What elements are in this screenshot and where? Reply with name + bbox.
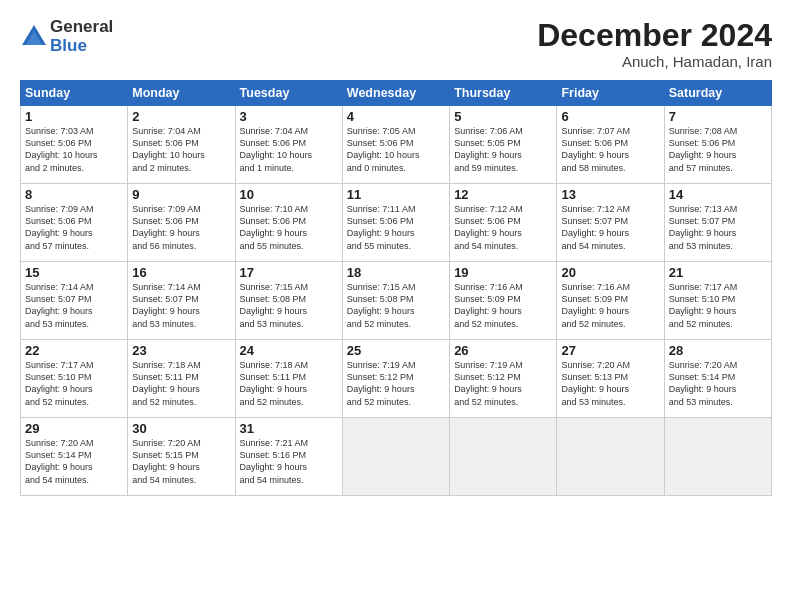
calendar-cell: 5Sunrise: 7:06 AMSunset: 5:05 PMDaylight… [450,106,557,184]
day-number: 28 [669,343,767,358]
day-number: 6 [561,109,659,124]
col-wednesday: Wednesday [342,81,449,106]
calendar-cell: 8Sunrise: 7:09 AMSunset: 5:06 PMDaylight… [21,184,128,262]
day-number: 12 [454,187,552,202]
day-info: Sunrise: 7:14 AMSunset: 5:07 PMDaylight:… [132,281,230,330]
day-number: 2 [132,109,230,124]
col-thursday: Thursday [450,81,557,106]
calendar-cell: 12Sunrise: 7:12 AMSunset: 5:06 PMDayligh… [450,184,557,262]
week-row-5: 29Sunrise: 7:20 AMSunset: 5:14 PMDayligh… [21,418,772,496]
col-saturday: Saturday [664,81,771,106]
day-number: 29 [25,421,123,436]
logo-text: General Blue [50,18,113,55]
header: General Blue December 2024 Anuch, Hamada… [20,18,772,70]
day-info: Sunrise: 7:20 AMSunset: 5:13 PMDaylight:… [561,359,659,408]
calendar-cell: 28Sunrise: 7:20 AMSunset: 5:14 PMDayligh… [664,340,771,418]
week-row-3: 15Sunrise: 7:14 AMSunset: 5:07 PMDayligh… [21,262,772,340]
calendar-cell: 23Sunrise: 7:18 AMSunset: 5:11 PMDayligh… [128,340,235,418]
calendar-cell: 16Sunrise: 7:14 AMSunset: 5:07 PMDayligh… [128,262,235,340]
day-info: Sunrise: 7:13 AMSunset: 5:07 PMDaylight:… [669,203,767,252]
day-number: 25 [347,343,445,358]
calendar-cell: 15Sunrise: 7:14 AMSunset: 5:07 PMDayligh… [21,262,128,340]
day-number: 23 [132,343,230,358]
day-number: 26 [454,343,552,358]
day-number: 21 [669,265,767,280]
subtitle: Anuch, Hamadan, Iran [537,53,772,70]
day-info: Sunrise: 7:03 AMSunset: 5:06 PMDaylight:… [25,125,123,174]
calendar-cell: 19Sunrise: 7:16 AMSunset: 5:09 PMDayligh… [450,262,557,340]
col-friday: Friday [557,81,664,106]
day-info: Sunrise: 7:16 AMSunset: 5:09 PMDaylight:… [561,281,659,330]
calendar-cell: 27Sunrise: 7:20 AMSunset: 5:13 PMDayligh… [557,340,664,418]
day-info: Sunrise: 7:20 AMSunset: 5:14 PMDaylight:… [669,359,767,408]
calendar-cell: 22Sunrise: 7:17 AMSunset: 5:10 PMDayligh… [21,340,128,418]
day-info: Sunrise: 7:21 AMSunset: 5:16 PMDaylight:… [240,437,338,486]
logo-icon [20,23,48,51]
day-number: 15 [25,265,123,280]
day-number: 13 [561,187,659,202]
day-info: Sunrise: 7:12 AMSunset: 5:07 PMDaylight:… [561,203,659,252]
day-number: 3 [240,109,338,124]
week-row-1: 1Sunrise: 7:03 AMSunset: 5:06 PMDaylight… [21,106,772,184]
day-info: Sunrise: 7:18 AMSunset: 5:11 PMDaylight:… [240,359,338,408]
calendar-cell: 26Sunrise: 7:19 AMSunset: 5:12 PMDayligh… [450,340,557,418]
day-number: 19 [454,265,552,280]
week-row-2: 8Sunrise: 7:09 AMSunset: 5:06 PMDaylight… [21,184,772,262]
logo-blue: Blue [50,37,113,56]
calendar-cell [557,418,664,496]
day-info: Sunrise: 7:20 AMSunset: 5:15 PMDaylight:… [132,437,230,486]
week-row-4: 22Sunrise: 7:17 AMSunset: 5:10 PMDayligh… [21,340,772,418]
month-title: December 2024 [537,18,772,53]
day-info: Sunrise: 7:04 AMSunset: 5:06 PMDaylight:… [240,125,338,174]
calendar-cell: 24Sunrise: 7:18 AMSunset: 5:11 PMDayligh… [235,340,342,418]
logo: General Blue [20,18,113,55]
page: General Blue December 2024 Anuch, Hamada… [0,0,792,612]
day-info: Sunrise: 7:11 AMSunset: 5:06 PMDaylight:… [347,203,445,252]
calendar-cell: 3Sunrise: 7:04 AMSunset: 5:06 PMDaylight… [235,106,342,184]
col-monday: Monday [128,81,235,106]
calendar-cell: 2Sunrise: 7:04 AMSunset: 5:06 PMDaylight… [128,106,235,184]
day-number: 14 [669,187,767,202]
day-number: 16 [132,265,230,280]
day-number: 20 [561,265,659,280]
day-number: 8 [25,187,123,202]
day-number: 18 [347,265,445,280]
calendar-cell: 20Sunrise: 7:16 AMSunset: 5:09 PMDayligh… [557,262,664,340]
day-number: 4 [347,109,445,124]
calendar-table: Sunday Monday Tuesday Wednesday Thursday… [20,80,772,496]
calendar-cell: 10Sunrise: 7:10 AMSunset: 5:06 PMDayligh… [235,184,342,262]
day-number: 17 [240,265,338,280]
day-info: Sunrise: 7:10 AMSunset: 5:06 PMDaylight:… [240,203,338,252]
col-sunday: Sunday [21,81,128,106]
day-info: Sunrise: 7:15 AMSunset: 5:08 PMDaylight:… [347,281,445,330]
day-number: 30 [132,421,230,436]
day-info: Sunrise: 7:08 AMSunset: 5:06 PMDaylight:… [669,125,767,174]
calendar-cell: 11Sunrise: 7:11 AMSunset: 5:06 PMDayligh… [342,184,449,262]
day-info: Sunrise: 7:14 AMSunset: 5:07 PMDaylight:… [25,281,123,330]
day-info: Sunrise: 7:09 AMSunset: 5:06 PMDaylight:… [25,203,123,252]
day-info: Sunrise: 7:12 AMSunset: 5:06 PMDaylight:… [454,203,552,252]
logo-general: General [50,18,113,37]
calendar-cell [342,418,449,496]
calendar-cell: 1Sunrise: 7:03 AMSunset: 5:06 PMDaylight… [21,106,128,184]
day-number: 22 [25,343,123,358]
calendar-cell: 30Sunrise: 7:20 AMSunset: 5:15 PMDayligh… [128,418,235,496]
title-area: December 2024 Anuch, Hamadan, Iran [537,18,772,70]
day-info: Sunrise: 7:06 AMSunset: 5:05 PMDaylight:… [454,125,552,174]
day-info: Sunrise: 7:17 AMSunset: 5:10 PMDaylight:… [669,281,767,330]
calendar-cell: 25Sunrise: 7:19 AMSunset: 5:12 PMDayligh… [342,340,449,418]
day-info: Sunrise: 7:05 AMSunset: 5:06 PMDaylight:… [347,125,445,174]
day-info: Sunrise: 7:15 AMSunset: 5:08 PMDaylight:… [240,281,338,330]
calendar-cell: 7Sunrise: 7:08 AMSunset: 5:06 PMDaylight… [664,106,771,184]
day-info: Sunrise: 7:16 AMSunset: 5:09 PMDaylight:… [454,281,552,330]
header-row: Sunday Monday Tuesday Wednesday Thursday… [21,81,772,106]
calendar-cell: 18Sunrise: 7:15 AMSunset: 5:08 PMDayligh… [342,262,449,340]
day-number: 7 [669,109,767,124]
calendar-cell: 31Sunrise: 7:21 AMSunset: 5:16 PMDayligh… [235,418,342,496]
calendar-cell: 13Sunrise: 7:12 AMSunset: 5:07 PMDayligh… [557,184,664,262]
day-number: 1 [25,109,123,124]
day-info: Sunrise: 7:07 AMSunset: 5:06 PMDaylight:… [561,125,659,174]
calendar-cell: 17Sunrise: 7:15 AMSunset: 5:08 PMDayligh… [235,262,342,340]
calendar-cell: 21Sunrise: 7:17 AMSunset: 5:10 PMDayligh… [664,262,771,340]
day-number: 27 [561,343,659,358]
